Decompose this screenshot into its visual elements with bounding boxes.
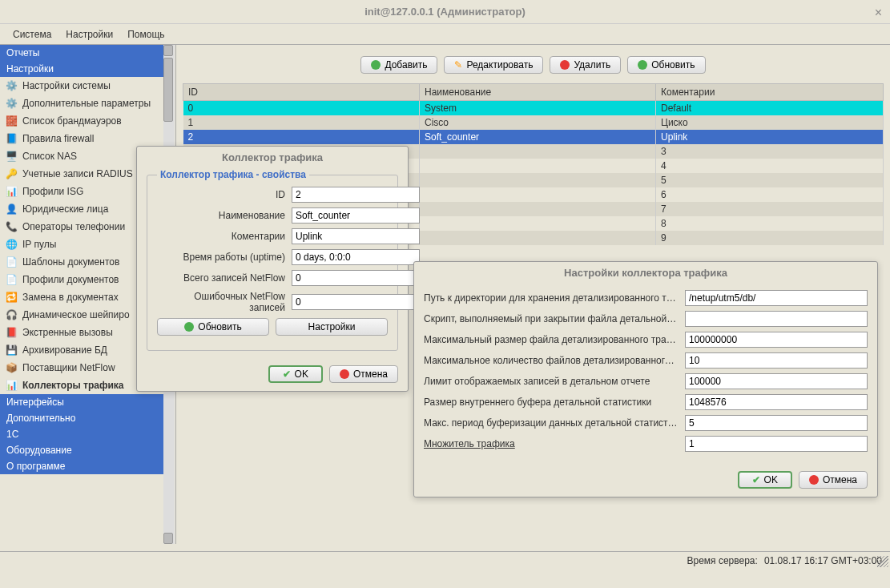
- sidebar-section[interactable]: Отчеты: [0, 45, 166, 61]
- period-field[interactable]: [685, 415, 868, 431]
- table-cell: Uplink: [656, 130, 884, 144]
- sidebar-item-label: Поставщики NetFlow: [22, 362, 115, 373]
- cancel-icon: [340, 369, 349, 379]
- menu-system[interactable]: Система: [6, 27, 58, 42]
- sidebar-item-icon: 💾: [5, 344, 18, 356]
- col-id[interactable]: ID: [183, 84, 420, 101]
- sidebar-item[interactable]: 🧱Список брандмауэров: [0, 112, 166, 130]
- table-cell: 5: [656, 173, 884, 187]
- col-name[interactable]: Наименование: [420, 84, 656, 101]
- server-time-label: Время сервера:: [687, 555, 758, 566]
- name-label: Наименование: [157, 210, 285, 221]
- refresh-button[interactable]: Обновить: [627, 56, 705, 74]
- scroll-down-icon[interactable]: [163, 533, 173, 544]
- sidebar-item-label: Список NAS: [22, 151, 77, 162]
- table-cell: 9: [656, 231, 884, 245]
- maxsize-field[interactable]: [685, 332, 868, 348]
- sidebar-item-icon: 🎧: [5, 308, 18, 321]
- col-comment[interactable]: Коментарии: [656, 84, 884, 101]
- sidebar-item-label: Замена в документах: [22, 292, 119, 303]
- sidebar-item-label: Учетные записи RADIUS: [22, 168, 133, 179]
- comment-label: Коментарии: [157, 231, 285, 242]
- refresh-icon: [184, 322, 194, 332]
- mult-label: Множитель трафика: [424, 438, 679, 449]
- sidebar-item-icon: 🧱: [5, 115, 18, 127]
- sidebar-section[interactable]: Дополнительно: [0, 410, 166, 426]
- comment-field[interactable]: [292, 228, 420, 244]
- menubar: Система Настройки Помощь: [0, 24, 890, 45]
- table-row[interactable]: 0SystemDefault: [183, 101, 884, 116]
- sidebar-item-icon: 📊: [5, 185, 18, 198]
- errors-field[interactable]: [292, 294, 420, 310]
- sidebar-item-icon: ⚙️: [5, 97, 18, 110]
- edit-button[interactable]: ✎Редактировать: [444, 56, 543, 74]
- resize-handle[interactable]: [877, 556, 888, 567]
- sidebar-section[interactable]: О программе: [0, 458, 166, 474]
- uptime-field[interactable]: [292, 249, 420, 265]
- sidebar-item[interactable]: ⚙️Дополнительные параметры: [0, 95, 166, 112]
- table-cell: 3: [656, 144, 884, 159]
- sidebar-item-label: Правила firewall: [22, 133, 94, 144]
- table-cell: [420, 144, 656, 159]
- toolbar: Добавить ✎Редактировать Удалить Обновить: [183, 50, 884, 83]
- menu-settings[interactable]: Настройки: [59, 27, 119, 42]
- maxfiles-field[interactable]: [685, 352, 868, 369]
- period-label: Макс. период буферизации данных детально…: [424, 417, 679, 429]
- scroll-up-icon[interactable]: [163, 45, 173, 56]
- maxfiles-label: Максимальное количество файлов детализир…: [424, 355, 679, 366]
- limit-label: Лимит отображаемых записей в детальном о…: [424, 376, 679, 387]
- script-field[interactable]: [685, 311, 868, 327]
- sidebar-section[interactable]: Настройки: [0, 61, 166, 77]
- id-field[interactable]: [292, 187, 420, 203]
- sidebar-item-label: Архивирование БД: [22, 344, 107, 356]
- add-button[interactable]: Добавить: [360, 56, 437, 74]
- scroll-thumb[interactable]: [163, 58, 173, 122]
- mult-field[interactable]: [685, 436, 868, 452]
- menu-help[interactable]: Помощь: [121, 27, 171, 42]
- table-cell: [420, 173, 656, 187]
- sidebar-item-label: Настройки системы: [22, 80, 111, 91]
- sidebar-item-icon: 📄: [5, 273, 18, 286]
- sidebar-section[interactable]: 1С: [0, 426, 166, 442]
- dialog1-cancel-button[interactable]: Отмена: [329, 365, 398, 383]
- pencil-icon: ✎: [454, 59, 462, 70]
- main-window: init@127.0.0.1 (Администратор) × Система…: [0, 0, 890, 588]
- buffer-field[interactable]: [685, 394, 868, 410]
- limit-field[interactable]: [685, 373, 868, 389]
- dialog1-settings-button[interactable]: Настройки: [276, 318, 388, 336]
- total-field[interactable]: [292, 270, 420, 286]
- sidebar-item-icon: 🔑: [5, 167, 18, 180]
- table-cell: 8: [656, 216, 884, 231]
- dialog1-refresh-button[interactable]: Обновить: [157, 318, 269, 336]
- table-cell: Soft_counter: [420, 130, 656, 144]
- dialog2-cancel-button[interactable]: Отмена: [799, 471, 868, 489]
- sidebar-item-icon: 👤: [5, 203, 18, 215]
- table-cell: Cisco: [420, 115, 656, 130]
- sidebar-section[interactable]: Интерфейсы: [0, 394, 166, 410]
- close-icon[interactable]: ×: [875, 6, 882, 20]
- sidebar-section[interactable]: Оборудование: [0, 442, 166, 458]
- sidebar-item-icon: 🌐: [5, 238, 18, 251]
- sidebar-item-icon: ⚙️: [5, 79, 18, 92]
- table-cell: [420, 187, 656, 202]
- sidebar-item[interactable]: ⚙️Настройки системы: [0, 77, 166, 95]
- dialog2-ok-button[interactable]: ✔OK: [738, 471, 792, 489]
- table-cell: Default: [656, 101, 884, 116]
- table-cell: 4: [656, 159, 884, 173]
- table-cell: 0: [183, 101, 420, 116]
- sidebar-item[interactable]: 📘Правила firewall: [0, 130, 166, 147]
- delete-button[interactable]: Удалить: [550, 56, 621, 74]
- dialog1-ok-button[interactable]: ✔OK: [268, 365, 323, 383]
- sidebar-item-label: Динамическое шейпиро: [22, 309, 130, 320]
- sidebar-item-label: Профили документов: [22, 274, 119, 285]
- refresh-button-label: Обновить: [651, 59, 695, 70]
- name-field[interactable]: [292, 207, 420, 224]
- minus-icon: [560, 60, 570, 70]
- maxsize-label: Максимальный размер файла детализированн…: [424, 334, 679, 345]
- collector-settings-dialog: Настройки коллектора трафика Путь к дире…: [413, 261, 878, 497]
- table-cell: 2: [183, 130, 420, 144]
- sidebar-item-label: IP пулы: [22, 239, 56, 250]
- table-row[interactable]: 2Soft_counterUplink: [183, 130, 884, 144]
- path-field[interactable]: [685, 290, 868, 306]
- table-row[interactable]: 1CiscoЦиско: [183, 115, 884, 130]
